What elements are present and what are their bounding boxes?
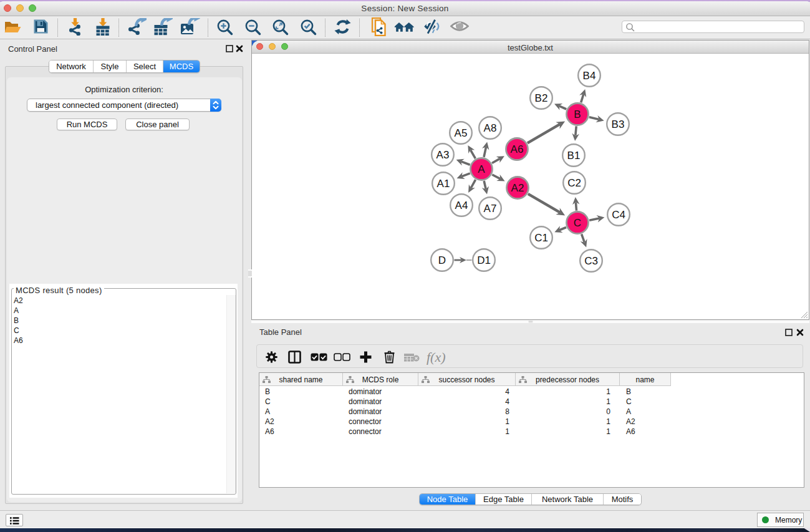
svg-text:D1: D1 (477, 254, 491, 266)
svg-text:A2: A2 (511, 182, 524, 194)
svg-text:B2: B2 (535, 92, 548, 104)
svg-text:C2: C2 (567, 177, 581, 189)
svg-text:B4: B4 (583, 70, 596, 82)
svg-text:B3: B3 (612, 118, 625, 130)
svg-text:A1: A1 (437, 178, 450, 190)
svg-text:D: D (438, 254, 446, 266)
svg-text:B1: B1 (567, 150, 581, 162)
svg-text:C: C (574, 217, 581, 229)
svg-text:A5: A5 (455, 127, 468, 139)
svg-text:C4: C4 (612, 209, 625, 221)
svg-text:A7: A7 (484, 203, 497, 215)
svg-text:C3: C3 (584, 255, 598, 267)
svg-text:A4: A4 (455, 200, 468, 211)
svg-text:A3: A3 (436, 149, 450, 161)
svg-text:A6: A6 (511, 143, 524, 155)
svg-text:C1: C1 (534, 232, 548, 244)
svg-text:B: B (574, 109, 581, 120)
svg-text:A8: A8 (484, 122, 497, 134)
svg-text:A: A (478, 163, 485, 175)
